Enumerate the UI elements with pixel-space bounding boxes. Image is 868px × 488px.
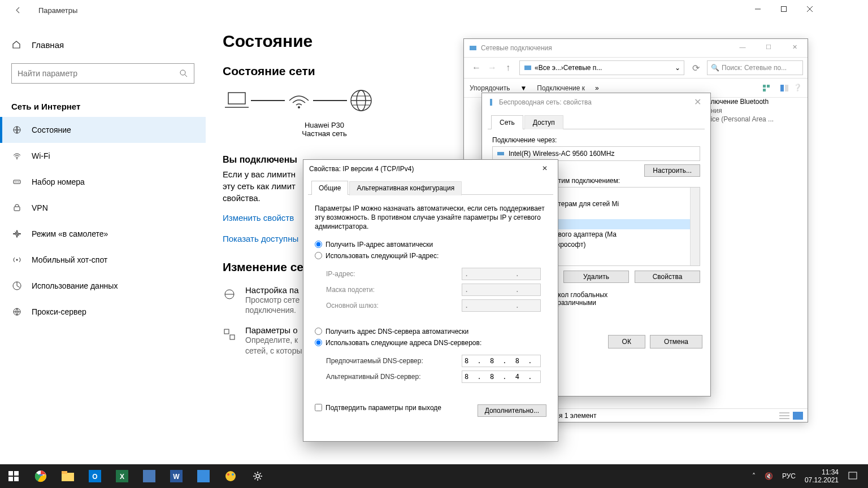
search-icon [179, 69, 188, 78]
laptop-icon [223, 89, 251, 112]
wifi-name: Huawei P30 [290, 121, 358, 129]
wp-config-btn[interactable]: Настроить... [644, 164, 700, 177]
radio-auto-ip[interactable]: Получить IP-адрес автоматически [315, 241, 546, 249]
excel-icon[interactable]: X [108, 464, 136, 488]
dns1-input[interactable] [462, 355, 541, 367]
tray-lang[interactable]: РУС [778, 472, 800, 480]
detail-view-icon[interactable] [793, 412, 803, 420]
home-label: Главная [32, 40, 64, 50]
svg-text:X: X [120, 473, 124, 481]
tray-notifications[interactable] [843, 471, 862, 481]
tray-chevron[interactable]: ˄ [748, 472, 760, 480]
wp-cancel[interactable]: Отмена [650, 335, 702, 348]
nav-item-wifi[interactable]: Wi-Fi [0, 143, 206, 169]
radio-auto-dns-input[interactable] [315, 328, 322, 335]
ip-titlebar[interactable]: Свойства: IP версии 4 (TCP/IPv4) ✕ [303, 160, 558, 178]
chrome-icon[interactable] [27, 464, 54, 488]
wp-scrollbar[interactable] [690, 188, 700, 265]
help-icon[interactable]: ❔ [793, 84, 802, 93]
nav-item-airplane[interactable]: Режим «в самолете» [0, 221, 206, 247]
radio-auto-dns[interactable]: Получить адрес DNS-сервера автоматически [315, 328, 546, 336]
settings-icon[interactable] [244, 464, 271, 488]
wp-props-btn[interactable]: Свойства [635, 271, 700, 283]
view-icon[interactable] [762, 84, 775, 93]
radio-manual-ip-input[interactable] [315, 252, 322, 259]
ip-tab-alt[interactable]: Альтернативная конфигурация [349, 181, 462, 195]
nc-forward[interactable]: → [484, 60, 500, 76]
nc-bt-item[interactable]: дключение Bluetooth чения evice (Persona… [704, 98, 800, 124]
net-line [313, 100, 347, 101]
nc-maximize[interactable]: ☐ [756, 39, 782, 55]
status-icon [11, 125, 23, 135]
outlook-icon[interactable]: O [81, 464, 108, 488]
confirm-check-row[interactable]: Подтвердить параметры при выходе Дополни… [315, 399, 546, 417]
nav-item-data[interactable]: Использование данных [0, 273, 206, 299]
radio-auto-ip-input[interactable] [315, 241, 322, 248]
explorer-icon[interactable] [54, 464, 81, 488]
wp-titlebar[interactable]: Беспроводная сеть: свойства ✕ [482, 93, 710, 111]
minimize-button[interactable] [745, 0, 771, 18]
chevron-down-icon[interactable]: ⌄ [675, 64, 680, 72]
wp-tabs: Сеть Доступ [488, 115, 705, 129]
nc-conn[interactable]: Подключение к [537, 84, 585, 92]
search-input[interactable] [18, 69, 179, 78]
nc-back[interactable]: ← [468, 60, 484, 76]
ip-tab-general[interactable]: Общие [311, 181, 348, 195]
paint-icon[interactable] [217, 464, 244, 488]
wp-adapter-name: Intel(R) Wireless-AC 9560 160MHz [509, 150, 614, 158]
adapter-icon [223, 287, 236, 301]
home-item[interactable]: Главная [0, 34, 206, 55]
nc-close[interactable]: ✕ [782, 39, 808, 55]
svg-rect-40 [497, 152, 504, 155]
nav-item-hotspot[interactable]: Мобильный хот-спот [0, 247, 206, 273]
wifi-icon [11, 151, 23, 161]
wp-close[interactable]: ✕ [689, 95, 706, 108]
radio-manual-dns-input[interactable] [315, 339, 322, 346]
nc-refresh[interactable]: ⟳ [688, 60, 704, 76]
svg-rect-27 [230, 335, 235, 339]
nc-search-text: Поиск: Сетевые по... [722, 64, 787, 72]
wp-tab-access[interactable]: Доступ [524, 115, 563, 129]
preview-icon[interactable] [780, 84, 789, 93]
nc-search[interactable]: 🔍 Поиск: Сетевые по... [707, 60, 803, 75]
nc-address-bar[interactable]: « Все э... › Сетевые п... ⌄ [519, 60, 684, 75]
word-icon[interactable]: W [163, 464, 190, 488]
nc-sort[interactable]: Упорядочить [470, 84, 510, 92]
dns1-label: Предпочитаемый DNS-сервер: [326, 357, 462, 365]
back-button[interactable] [11, 3, 25, 17]
nav-label: VPN [32, 203, 48, 212]
nav-item-dialup[interactable]: Набор номера [0, 169, 206, 195]
radio-manual-dns-label: Использовать следующие адреса DNS-сервер… [326, 339, 481, 347]
nc-titlebar[interactable]: Сетевые подключения — ☐ ✕ [464, 39, 808, 57]
tray-clock[interactable]: 11:34 07.12.2021 [800, 468, 843, 485]
nav-item-proxy[interactable]: Прокси-сервер [0, 299, 206, 325]
nav-item-vpn[interactable]: VPN [0, 195, 206, 221]
sidebar: Главная Сеть и Интернет Состояние Wi-Fi … [0, 20, 206, 438]
svg-rect-31 [767, 85, 770, 88]
tray-time: 11:34 [805, 468, 839, 476]
confirm-checkbox[interactable] [315, 404, 322, 411]
radio-auto-dns-label: Получить адрес DNS-сервера автоматически [326, 328, 468, 336]
wp-ok[interactable]: ОК [608, 335, 645, 348]
radio-manual-ip[interactable]: Использовать следующий IP-адрес: [315, 252, 546, 260]
nc-up[interactable]: ↑ [500, 60, 516, 76]
nav-label: Набор номера [32, 177, 85, 186]
app-icon-2[interactable] [190, 464, 217, 488]
wp-remove-btn[interactable]: Удалить [563, 271, 629, 283]
app-icon-1[interactable] [136, 464, 163, 488]
adapter-icon [496, 149, 505, 158]
search-box[interactable] [11, 63, 194, 84]
ipv4-props-dialog: Свойства: IP версии 4 (TCP/IPv4) ✕ Общие… [303, 159, 558, 442]
nav-item-status[interactable]: Состояние [0, 117, 206, 143]
wp-tab-net[interactable]: Сеть [491, 115, 523, 129]
list-view-icon[interactable] [779, 412, 789, 420]
nc-minimize[interactable]: — [730, 39, 756, 55]
maximize-button[interactable] [771, 0, 797, 18]
tray-volume[interactable]: 🔇 [760, 472, 778, 480]
ip-close[interactable]: ✕ [536, 162, 553, 175]
svg-rect-61 [849, 472, 857, 479]
close-button[interactable] [797, 0, 823, 18]
dns2-input[interactable] [462, 371, 541, 383]
start-button[interactable] [0, 464, 27, 488]
radio-manual-dns[interactable]: Использовать следующие адреса DNS-сервер… [315, 339, 546, 347]
